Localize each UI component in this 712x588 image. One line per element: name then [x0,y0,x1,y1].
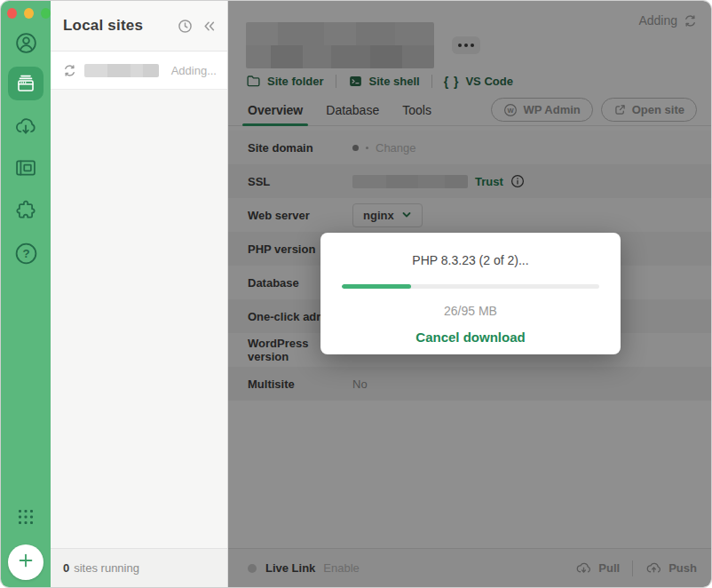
help-icon: ? [13,241,39,266]
download-title: PHP 8.3.23 (2 of 2)... [412,253,528,267]
sync-icon [63,64,76,77]
sidebar-item-blueprints[interactable] [13,155,38,180]
minimize-window-button[interactable] [24,8,34,19]
blueprint-icon [13,155,38,180]
sites-panel: Local sites Adding... [51,1,228,587]
svg-text:?: ? [22,247,29,260]
sidebar-item-connect[interactable] [12,115,39,139]
panel-title: Local sites [63,17,169,35]
download-progress-fill [342,284,411,289]
close-window-button[interactable] [7,8,17,19]
sidebar-item-addons[interactable] [13,198,38,223]
php-download-modal: PHP 8.3.23 (2 of 2)... 26/95 MB Cancel d… [320,233,621,354]
site-detail-main: Adding Site folder [228,1,711,587]
clock-icon [178,19,193,34]
site-name-redacted [84,64,159,77]
sidebar-item-local-sites[interactable] [8,67,44,100]
sites-running-count: 0 [63,561,69,575]
sites-panel-footer: 0 sites running [51,548,227,587]
sidebar: ? [1,1,51,587]
sidebar-item-help[interactable]: ? [13,241,39,266]
history-button[interactable] [178,19,193,34]
sites-icon [15,73,36,94]
collapse-panel-button[interactable] [202,19,217,34]
plus-icon [16,551,36,574]
site-status: Adding... [171,64,217,77]
sidebar-item-account[interactable] [14,31,38,55]
local-app-window: ? Local sites [0,0,712,588]
cloud-download-icon [12,115,39,139]
sites-running-label: sites running [74,561,139,575]
collapse-chevrons-icon [202,19,217,34]
site-list-item[interactable]: Adding... [51,52,227,90]
sites-panel-header: Local sites [51,1,227,52]
window-controls [1,1,51,19]
user-avatar-icon [14,31,38,55]
download-size-text: 26/95 MB [444,304,497,318]
zoom-window-button[interactable] [41,8,51,19]
add-site-button[interactable] [8,544,44,580]
grid-icon [16,507,36,527]
download-progress-bar [342,284,599,289]
cancel-download-button[interactable]: Cancel download [415,330,525,345]
apps-grid-button[interactable] [16,507,36,527]
puzzle-icon [13,198,38,223]
